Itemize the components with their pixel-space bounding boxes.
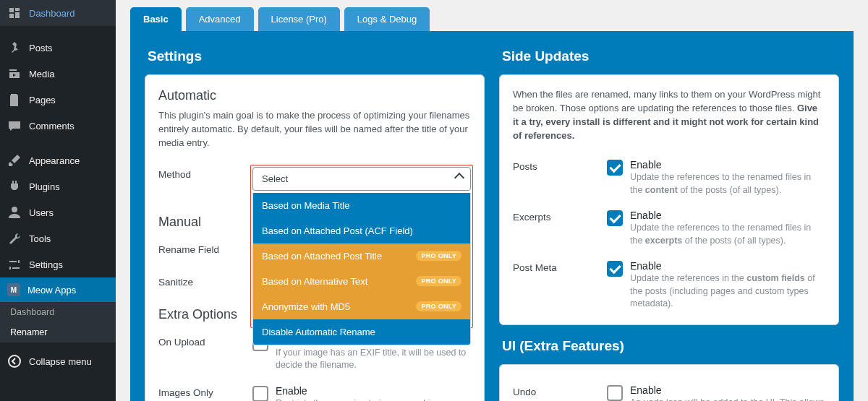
side-updates-card: When the files are renamed, many links t… (499, 74, 839, 325)
sidebar-label: Users (29, 207, 54, 218)
collapse-icon (7, 354, 22, 368)
dd-label: Based on Media Title (262, 200, 349, 211)
sidebar-item-meow-apps[interactable]: MMeow Apps (0, 277, 116, 302)
dashboard-icon (7, 6, 22, 20)
brush-icon (7, 153, 22, 168)
opt-title: Enable (630, 260, 825, 272)
page-icon (7, 92, 22, 107)
undo-label: Undo (513, 384, 607, 397)
tab-basic[interactable]: Basic (130, 7, 182, 31)
user-icon (7, 205, 22, 220)
page-body: Settings Automatic This plugin's main go… (130, 31, 854, 401)
dd-label: Based on Attached Post Title (262, 251, 382, 262)
sidebar-item-pages[interactable]: Pages (0, 87, 116, 113)
opt-desc: Update the references to the renamed fil… (630, 222, 825, 247)
dd-label: Disable Automatic Rename (262, 327, 375, 337)
sidebar-label: Posts (29, 43, 53, 53)
dd-option-md5[interactable]: Anonymize with MD5PRO ONLY (253, 294, 470, 319)
dd-option-disable[interactable]: Disable Automatic Rename (253, 319, 470, 345)
undo-checkbox[interactable] (607, 385, 623, 401)
tab-license[interactable]: License (Pro) (258, 7, 340, 31)
posts-label: Posts (513, 159, 607, 172)
opt-desc: An undo icon will be added to the UI. Th… (630, 397, 825, 401)
automatic-title: Automatic (158, 88, 471, 103)
opt-desc: Update the references to the renamed fil… (630, 171, 825, 197)
sidebar-sub-dashboard[interactable]: Dashboard (0, 302, 116, 322)
method-label: Method (158, 167, 252, 180)
sidebar-item-appearance[interactable]: Appearance (0, 147, 116, 173)
opt-title: Enable (630, 159, 825, 171)
comment-icon (7, 118, 22, 133)
sidebar-item-users[interactable]: Users (0, 199, 116, 225)
sidebar-label: Pages (29, 95, 56, 105)
settings-heading: Settings (148, 48, 485, 64)
sidebar-item-posts[interactable]: Posts (0, 35, 116, 61)
sidebar-item-comments[interactable]: Comments (0, 113, 116, 139)
sliders-icon (7, 257, 22, 272)
sidebar-item-settings[interactable]: Settings (0, 251, 116, 277)
dd-label: Based on Alternative Text (262, 276, 367, 287)
sidebar-label: Plugins (29, 181, 60, 192)
onupload-label: On Upload (158, 335, 252, 348)
sidebar-item-plugins[interactable]: Plugins (0, 173, 116, 199)
sidebar-item-media[interactable]: Media (0, 61, 116, 87)
tabs: Basic Advanced License (Pro) Logs & Debu… (130, 0, 854, 31)
side-updates-heading: Side Updates (502, 48, 839, 64)
pro-badge: PRO ONLY (416, 301, 461, 311)
ui-features-heading: UI (Extra Features) (502, 338, 839, 354)
dd-option-acf[interactable]: Based on Attached Post (ACF Field) (253, 218, 470, 243)
sidebar-label: Dashboard (29, 8, 75, 19)
sidebar-label: Tools (29, 233, 51, 244)
dd-label: Based on Attached Post (ACF Field) (262, 225, 413, 236)
collapse-label: Collapse menu (29, 356, 92, 367)
collapse-menu[interactable]: Collapse menu (0, 348, 116, 374)
meow-icon: M (7, 283, 20, 296)
excerpts-checkbox[interactable] (607, 210, 623, 226)
automatic-help: This plugin's main goal is to make the p… (158, 109, 471, 150)
method-select[interactable]: Select (252, 167, 471, 191)
imagesonly-label: Images Only (158, 385, 252, 398)
sidebar-item-tools[interactable]: Tools (0, 225, 116, 251)
posts-checkbox[interactable] (607, 160, 623, 176)
tab-advanced[interactable]: Advanced (186, 7, 254, 31)
pro-badge: PRO ONLY (416, 276, 461, 286)
sidebar-label: Appearance (29, 155, 80, 166)
tab-logs[interactable]: Logs & Debug (344, 7, 430, 31)
dd-option-media-title[interactable]: Based on Media Title (253, 193, 470, 218)
media-icon (7, 66, 22, 81)
dd-option-post-title[interactable]: Based on Attached Post TitlePRO ONLY (253, 243, 470, 269)
pro-badge: PRO ONLY (416, 251, 461, 261)
side-updates-intro: When the files are renamed, many links t… (513, 88, 825, 142)
sidebar-sub-renamer[interactable]: Renamer (0, 322, 116, 342)
opt-title: Enable (630, 210, 825, 221)
imagesonly-checkbox[interactable] (252, 386, 268, 401)
svg-point-1 (9, 355, 20, 367)
plug-icon (7, 179, 22, 194)
pin-icon (7, 40, 22, 55)
settings-card: Automatic This plugin's main goal is to … (145, 74, 485, 401)
admin-sidebar: Dashboard Posts Media Pages Comments App… (0, 0, 116, 401)
svg-point-0 (12, 207, 17, 212)
sanitize-label: Sanitize (158, 275, 252, 288)
opt-title: Enable (276, 385, 471, 397)
main-area: Basic Advanced License (Pro) Logs & Debu… (116, 0, 868, 401)
postmeta-checkbox[interactable] (607, 261, 623, 277)
sidebar-label: Media (29, 69, 54, 79)
postmeta-label: Post Meta (513, 260, 607, 273)
dd-label: Anonymize with MD5 (262, 301, 350, 312)
opt-desc: Restricts the renaming to images and ico… (276, 397, 471, 401)
excerpts-label: Excerpts (513, 210, 607, 223)
dd-option-alt-text[interactable]: Based on Alternative TextPRO ONLY (253, 269, 470, 294)
sidebar-label: Meow Apps (27, 285, 76, 296)
opt-desc: If your image has an EXIF title, it will… (276, 347, 471, 372)
wrench-icon (7, 231, 22, 246)
sidebar-label: Comments (29, 121, 75, 131)
sidebar-item-dashboard[interactable]: Dashboard (0, 0, 116, 26)
opt-title: Enable (630, 384, 825, 396)
method-dropdown: Based on Media Title Based on Attached P… (252, 193, 471, 345)
rename-field-label: Rename Field (158, 242, 252, 255)
opt-desc: Update the references in the custom fiel… (630, 272, 825, 311)
sidebar-label: Settings (29, 259, 63, 270)
ui-features-card: Undo EnableAn undo icon will be added to… (499, 364, 839, 401)
